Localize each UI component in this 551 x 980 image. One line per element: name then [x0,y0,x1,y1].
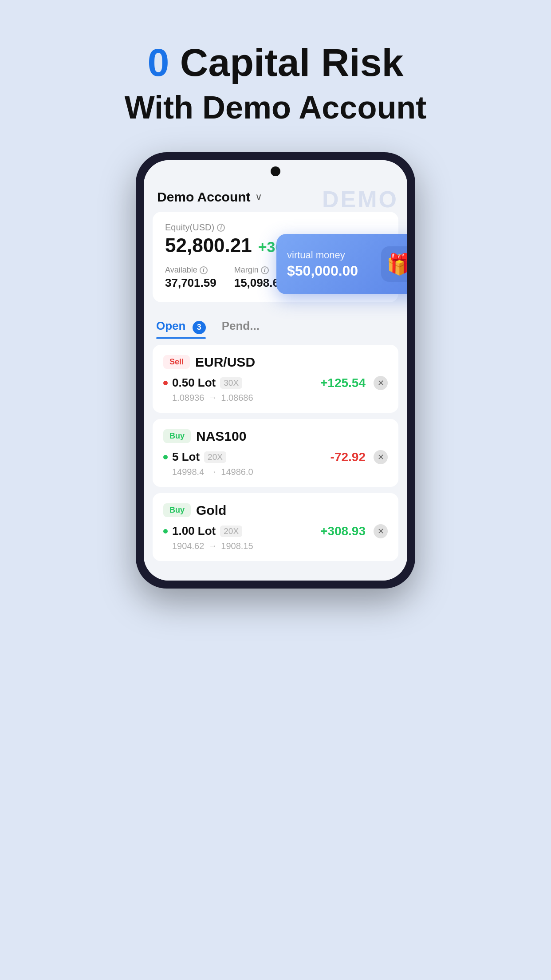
app-header: Demo Account ∨ DEMO [144,182,407,212]
equity-label: Equity(USD) i [165,222,386,233]
tabs-bar: Open 3 Pend... [144,308,407,339]
hero-zero: 0 [147,40,169,84]
arrow-icon-0: → [209,393,216,403]
trade-card-2: Buy Gold 1.00 Lot 20X +308.93 ✕ [153,493,398,561]
virtual-money-label: virtual money [287,249,358,261]
lot-text-0: 0.50 Lot [172,376,216,390]
multiplier-1: 20X [204,451,226,463]
trade-pair-2: Gold [196,503,226,518]
open-count-badge: 3 [193,321,206,334]
gift-icon: 🎁 [386,252,408,276]
trade-pnl-2: +308.93 [320,524,366,538]
trade-header-2: Buy Gold [163,503,388,518]
tab-pending[interactable]: Pend... [222,315,260,339]
lot-text-1: 5 Lot [172,450,200,464]
dot-0 [163,381,168,385]
hero-subtitle: With Demo Account [125,89,427,126]
phone-wrapper: Demo Account ∨ DEMO Equity(USD) i 52,800… [122,152,429,589]
trade-price-row-1: 14998.4 → 14986.0 [163,467,388,477]
dot-2 [163,529,168,533]
phone-notch [144,160,407,182]
virtual-money-amount: $50,000.00 [287,263,358,279]
close-trade-btn-1[interactable]: ✕ [374,450,388,464]
trade-pair-1: NAS100 [196,429,246,444]
close-trade-btn-2[interactable]: ✕ [374,524,388,538]
tab-open[interactable]: Open 3 [156,315,206,339]
trade-pair-0: EUR/USD [195,355,255,370]
virtual-money-text: virtual money $50,000.00 [287,249,358,279]
margin-info-icon[interactable]: i [261,266,269,274]
phone-mockup: Demo Account ∨ DEMO Equity(USD) i 52,800… [136,152,415,589]
trade-lot-info-2: 1.00 Lot 20X [163,524,242,538]
balance-card: Equity(USD) i 52,800.21 +360.55 Availabl… [153,212,398,302]
trade-lot-info-0: 0.50 Lot 30X [163,376,242,390]
hero-section: 0 Capital Risk With Demo Account [125,40,427,126]
to-price-0: 1.08686 [221,393,253,403]
trade-card-1: Buy NAS100 5 Lot 20X -72.92 ✕ [153,419,398,487]
available-value: 37,701.59 [165,276,216,290]
phone-screen: Demo Account ∨ DEMO Equity(USD) i 52,800… [144,160,407,581]
available-detail: Available i 37,701.59 [165,265,216,290]
trade-pnl-0: +125.54 [320,376,366,390]
close-trade-btn-0[interactable]: ✕ [374,376,388,390]
app-content: Demo Account ∨ DEMO Equity(USD) i 52,800… [144,182,407,581]
dot-1 [163,455,168,459]
to-price-1: 14986.0 [221,467,253,477]
from-price-1: 14998.4 [172,467,204,477]
trade-lot-info-1: 5 Lot 20X [163,450,226,464]
trade-pnl-1: -72.92 [331,450,366,464]
equity-amount: 52,800.21 [165,234,252,257]
arrow-icon-1: → [209,467,216,477]
trade-card-0: Sell EUR/USD 0.50 Lot 30X +125.54 [153,345,398,413]
gift-icon-wrap: 🎁 [381,246,407,282]
buy-badge-1: Buy [163,429,191,443]
virtual-money-card: virtual money $50,000.00 🎁 [276,234,407,294]
hero-title: 0 Capital Risk [125,40,427,85]
trade-header-0: Sell EUR/USD [163,355,388,370]
trade-price-row-2: 1904.62 → 1908.15 [163,541,388,551]
trades-list: Sell EUR/USD 0.50 Lot 30X +125.54 [144,339,407,567]
trade-detail-row-1: 5 Lot 20X -72.92 ✕ [163,450,388,464]
arrow-icon-2: → [209,541,216,551]
trade-header-1: Buy NAS100 [163,429,388,444]
from-price-0: 1.08936 [172,393,204,403]
from-price-2: 1904.62 [172,541,204,551]
demo-watermark: DEMO [322,186,398,213]
available-info-icon[interactable]: i [200,266,208,274]
account-selector[interactable]: Demo Account ∨ [157,190,262,205]
sell-badge-0: Sell [163,355,190,369]
multiplier-2: 20X [220,526,242,537]
to-price-2: 1908.15 [221,541,253,551]
trade-price-row-0: 1.08936 → 1.08686 [163,393,388,403]
equity-info-icon[interactable]: i [217,224,225,232]
lot-text-2: 1.00 Lot [172,524,216,538]
hero-title-part: Capital Risk [169,40,403,84]
multiplier-0: 30X [220,377,242,389]
trade-detail-row-0: 0.50 Lot 30X +125.54 ✕ [163,376,388,390]
chevron-down-icon: ∨ [255,191,262,203]
account-name: Demo Account [157,190,251,205]
trade-detail-row-2: 1.00 Lot 20X +308.93 ✕ [163,524,388,538]
buy-badge-2: Buy [163,503,191,517]
camera [271,166,280,176]
